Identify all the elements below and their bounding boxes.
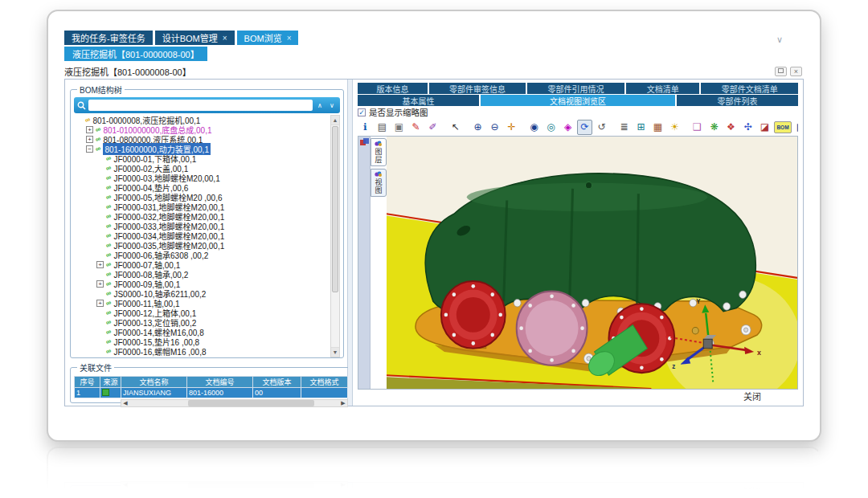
thumbnail-panel-icon[interactable] [360,138,369,146]
expand-icon[interactable]: + [86,136,93,143]
subtab-hydraulic-excavator[interactable]: 液压挖掘机【801-0000008-00】 [64,47,207,61]
detail-tab[interactable]: 零部件列表 [677,95,798,106]
tree-item[interactable]: ∞JF0000-12,上箱体,00,1 [74,308,330,317]
orbit-icon[interactable]: ↺ [594,120,609,135]
snapshot-icon[interactable]: ❖ [723,120,739,135]
model-canvas[interactable]: x Y z [387,137,797,389]
main-tab-bar: 我的任务-审签任务设计BOM管理×BOM浏览×∨ [64,31,804,45]
show-thumbnail-checkbox[interactable]: ✓ 是否显示缩略图 [358,106,798,118]
table-row[interactable]: 1JIANSUXIANG801-1600000 [75,388,348,398]
section-icon[interactable]: ◪ [757,120,772,135]
bom-icon[interactable]: BOM [774,121,792,133]
image-icon[interactable]: ▦ [650,120,665,135]
tab-my-tasks[interactable]: 我的任务-审签任务 [64,31,153,45]
zoom-in-icon[interactable]: ⊕ [470,120,485,135]
tree-item[interactable]: +∞JF0000-07,轴,00,1 [74,259,330,269]
column-header[interactable]: 文档编号 [187,377,253,388]
column-header[interactable]: 文档版本 [253,377,301,388]
tree-item[interactable]: ∞JF0000-08,轴承,00,2 [74,269,330,279]
cell-doc-format [301,388,348,398]
part-link-icon: ∞ [105,241,113,250]
print-icon[interactable]: ▣ [391,120,407,135]
expand-icon[interactable]: + [96,261,104,268]
collapse-chevron-icon[interactable]: ∨ [776,35,783,45]
tree-item[interactable]: ∞JF0000-14,螺栓M16,00,8 [74,327,330,337]
detail-tab[interactable]: 版本信息 [358,83,428,94]
zoom-window-icon[interactable]: ◉ [526,120,542,135]
collapse-icon[interactable]: − [86,145,93,153]
tab-design-bom[interactable]: 设计BOM管理× [155,31,235,45]
triad-cube [703,339,712,349]
detail-tab[interactable]: 零部件文档清单 [701,83,798,94]
note-icon[interactable]: ❑ [690,120,705,135]
axis-y-label: Y [696,298,701,305]
tab-bom-browse[interactable]: BOM浏览× [237,31,299,45]
scroll-left-icon[interactable]: ◀ [121,400,129,406]
axis-x-label: x [757,349,762,357]
brush-icon[interactable]: ✐ [425,120,440,135]
close-icon[interactable]: × [287,34,292,43]
expand-icon[interactable]: + [86,126,93,133]
explode-icon[interactable]: ❋ [706,120,722,135]
hscroll-thumb[interactable] [188,400,314,406]
preview-icon[interactable]: ▤ [375,120,390,135]
tree-item[interactable]: ∞JF0000-01,下箱体,00,1 [74,153,330,163]
expand-icon[interactable]: + [96,300,104,307]
column-header[interactable]: 文档格式 [301,377,348,388]
checkbox-icon[interactable]: ✓ [358,108,366,116]
rotate-icon[interactable]: ⟳ [577,120,592,135]
tree-item-label: JF0000-16,螺帽M16 ,00,8 [113,345,206,357]
tree-search-input[interactable] [88,100,313,111]
select-pointer-icon[interactable]: ↖ [448,120,463,135]
detail-tab[interactable]: 文档视图浏览区 [481,95,675,106]
column-header[interactable]: 来源 [100,377,121,388]
tree-item[interactable]: +∞JF0000-11,轴,00,1 [74,298,330,308]
tree-scrollbar[interactable]: ▲ ▼ [330,115,340,357]
side-tab-views[interactable]: 视图 [371,169,387,197]
scroll-right-icon[interactable]: ▶ [339,400,347,406]
detail-tab[interactable]: 基本属性 [358,95,479,106]
tree-item[interactable]: ∞JF0000-06,轴承6308 ,00,2 [74,250,330,259]
close-icon[interactable]: × [790,67,802,76]
side-tab-layers[interactable]: 图层 [371,138,387,166]
layers-icon[interactable]: ≣ [616,120,632,135]
tree-item[interactable]: ∞JS0000-10,轴承6211,00,2 [74,288,330,298]
column-header[interactable]: 文档名称 [121,377,187,388]
axis-icon[interactable]: ✣ [740,120,755,135]
hscroll-track[interactable] [129,400,339,406]
detail-tab[interactable]: 零部件审签信息 [429,83,526,94]
part-link-icon: ∞ [105,280,113,288]
annotate-pencil-icon[interactable]: ✎ [408,120,424,135]
rotate-center-icon[interactable]: ◈ [560,120,575,135]
panel-footer: 关闭 [358,390,798,402]
app-window: 我的任务-审签任务设计BOM管理×BOM浏览×∨ 液压挖掘机【801-00000… [47,447,818,496]
related-files-table: 序号来源文档名称文档编号文档版本文档格式 1JIANSUXIANG801-160… [74,376,348,398]
table-hscrollbar[interactable]: ◀ ▶ [121,399,348,407]
scroll-up-icon[interactable]: ▲ [331,116,339,125]
zoom-fit-icon[interactable]: ✛ [504,120,519,135]
zoom-select-icon[interactable]: ◎ [543,120,559,135]
expand-icon[interactable]: + [96,280,104,288]
detail-tab[interactable]: 文档清单 [626,83,700,94]
part-link-icon: ∞ [105,183,113,192]
zoom-out-icon[interactable]: ⊖ [487,120,502,135]
column-header[interactable]: 序号 [75,377,100,388]
tree-item[interactable]: −∞801-16000000,动力装置,00,1 [74,144,330,153]
tree-item[interactable]: ∞JF0000-03,地脚螺栓M20,00,1 [74,173,330,182]
detail-tab[interactable]: 零部件引用情况 [527,83,624,94]
close-icon[interactable]: × [223,34,227,43]
tree-item[interactable]: ∞JF0000-16,螺帽M16 ,00,8 [74,346,330,356]
search-next-icon[interactable]: ∨ [327,102,337,109]
info-icon[interactable]: ℹ [358,120,373,135]
scroll-down-icon[interactable]: ▼ [331,347,339,357]
scrollbar-thumb[interactable] [332,126,338,292]
part-link-icon: ∞ [105,337,113,346]
close-button[interactable]: 关闭 [743,390,761,402]
right-column: 版本信息零部件审签信息零部件引用情况文档清单零部件文档清单 基本属性文档视图浏览… [353,483,803,496]
main-panel: BOM结构树 ∧ ∨ ∞801-0000008,液压挖掘机,00,1+∞801- [64,482,804,496]
restore-icon[interactable] [775,67,787,76]
measure-icon[interactable]: ⊞ [633,120,649,135]
search-prev-icon[interactable]: ∧ [315,102,325,109]
light-icon[interactable]: ☀ [667,120,682,135]
model-tree-icon[interactable]: ◧ [793,120,798,135]
